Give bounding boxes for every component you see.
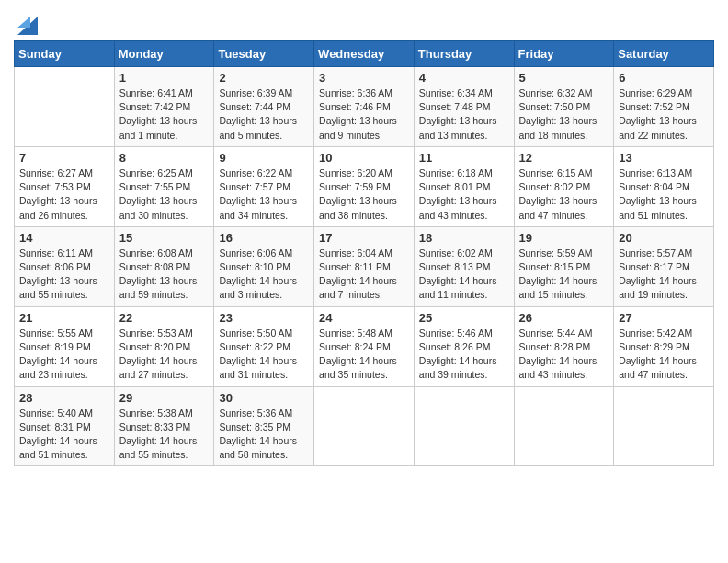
day-number: 13: [619, 151, 709, 165]
day-number: 24: [319, 311, 409, 325]
day-number: 23: [219, 311, 309, 325]
day-info: Sunrise: 6:04 AMSunset: 8:11 PMDaylight:…: [319, 247, 409, 303]
day-number: 9: [219, 151, 309, 165]
header-row: SundayMondayTuesdayWednesdayThursdayFrid…: [15, 41, 714, 67]
day-number: 6: [619, 71, 709, 85]
day-cell: 2Sunrise: 6:39 AMSunset: 7:44 PMDaylight…: [214, 67, 314, 147]
day-info: Sunrise: 5:44 AMSunset: 8:28 PMDaylight:…: [519, 327, 609, 383]
day-number: 1: [119, 71, 210, 85]
week-row-1: 1Sunrise: 6:41 AMSunset: 7:42 PMDaylight…: [15, 67, 714, 147]
day-cell: 30Sunrise: 5:36 AMSunset: 8:35 PMDayligh…: [214, 386, 314, 466]
day-number: 10: [319, 151, 409, 165]
day-info: Sunrise: 5:40 AMSunset: 8:31 PMDaylight:…: [19, 407, 109, 463]
day-number: 16: [219, 231, 309, 245]
day-cell: 5Sunrise: 6:32 AMSunset: 7:50 PMDaylight…: [514, 67, 614, 147]
day-number: 11: [419, 151, 509, 165]
day-info: Sunrise: 5:53 AMSunset: 8:20 PMDaylight:…: [119, 327, 210, 383]
day-cell: [514, 386, 614, 466]
header-cell-sunday: Sunday: [15, 41, 115, 67]
day-info: Sunrise: 6:18 AMSunset: 8:01 PMDaylight:…: [419, 167, 509, 223]
day-cell: 10Sunrise: 6:20 AMSunset: 7:59 PMDayligh…: [314, 146, 415, 226]
day-cell: 19Sunrise: 5:59 AMSunset: 8:15 PMDayligh…: [514, 226, 614, 306]
day-cell: 9Sunrise: 6:22 AMSunset: 7:57 PMDaylight…: [214, 146, 314, 226]
day-cell: 28Sunrise: 5:40 AMSunset: 8:31 PMDayligh…: [15, 386, 115, 466]
day-number: 7: [19, 151, 109, 165]
header-cell-thursday: Thursday: [414, 41, 514, 67]
day-info: Sunrise: 6:11 AMSunset: 8:06 PMDaylight:…: [19, 247, 109, 303]
day-cell: 14Sunrise: 6:11 AMSunset: 8:06 PMDayligh…: [15, 226, 115, 306]
day-info: Sunrise: 5:36 AMSunset: 8:35 PMDaylight:…: [219, 407, 309, 463]
day-cell: 12Sunrise: 6:15 AMSunset: 8:02 PMDayligh…: [514, 146, 614, 226]
day-cell: 20Sunrise: 5:57 AMSunset: 8:17 PMDayligh…: [614, 226, 714, 306]
header-cell-monday: Monday: [114, 41, 214, 67]
day-cell: 27Sunrise: 5:42 AMSunset: 8:29 PMDayligh…: [614, 306, 714, 386]
day-cell: 15Sunrise: 6:08 AMSunset: 8:08 PMDayligh…: [114, 226, 214, 306]
svg-marker-1: [17, 17, 30, 28]
day-info: Sunrise: 6:13 AMSunset: 8:04 PMDaylight:…: [619, 167, 709, 223]
day-cell: 13Sunrise: 6:13 AMSunset: 8:04 PMDayligh…: [614, 146, 714, 226]
day-number: 30: [219, 391, 309, 405]
header-cell-friday: Friday: [514, 41, 614, 67]
day-info: Sunrise: 5:48 AMSunset: 8:24 PMDaylight:…: [319, 327, 409, 383]
week-row-2: 7Sunrise: 6:27 AMSunset: 7:53 PMDaylight…: [15, 146, 714, 226]
day-info: Sunrise: 6:06 AMSunset: 8:10 PMDaylight:…: [219, 247, 309, 303]
day-info: Sunrise: 6:20 AMSunset: 7:59 PMDaylight:…: [319, 167, 409, 223]
day-number: 28: [19, 391, 109, 405]
header-cell-saturday: Saturday: [614, 41, 714, 67]
day-number: 4: [419, 71, 509, 85]
day-cell: 21Sunrise: 5:55 AMSunset: 8:19 PMDayligh…: [15, 306, 115, 386]
day-number: 2: [219, 71, 309, 85]
header: [14, 9, 714, 35]
day-cell: 8Sunrise: 6:25 AMSunset: 7:55 PMDaylight…: [114, 146, 214, 226]
day-info: Sunrise: 5:38 AMSunset: 8:33 PMDaylight:…: [119, 407, 210, 463]
day-number: 25: [419, 311, 509, 325]
day-info: Sunrise: 5:50 AMSunset: 8:22 PMDaylight:…: [219, 327, 309, 383]
day-info: Sunrise: 6:22 AMSunset: 7:57 PMDaylight:…: [219, 167, 309, 223]
header-cell-tuesday: Tuesday: [214, 41, 314, 67]
logo-icon: [17, 9, 38, 35]
calendar-header: SundayMondayTuesdayWednesdayThursdayFrid…: [15, 41, 714, 67]
day-number: 8: [119, 151, 210, 165]
day-info: Sunrise: 5:46 AMSunset: 8:26 PMDaylight:…: [419, 327, 509, 383]
day-number: 22: [119, 311, 210, 325]
day-number: 14: [19, 231, 109, 245]
day-info: Sunrise: 6:02 AMSunset: 8:13 PMDaylight:…: [419, 247, 509, 303]
day-number: 18: [419, 231, 509, 245]
day-cell: 4Sunrise: 6:34 AMSunset: 7:48 PMDaylight…: [414, 67, 514, 147]
day-info: Sunrise: 6:08 AMSunset: 8:08 PMDaylight:…: [119, 247, 210, 303]
day-cell: 26Sunrise: 5:44 AMSunset: 8:28 PMDayligh…: [514, 306, 614, 386]
day-info: Sunrise: 6:36 AMSunset: 7:46 PMDaylight:…: [319, 86, 409, 143]
day-info: Sunrise: 6:32 AMSunset: 7:50 PMDaylight:…: [519, 86, 609, 143]
day-number: 17: [319, 231, 409, 245]
day-cell: 3Sunrise: 6:36 AMSunset: 7:46 PMDaylight…: [314, 67, 415, 147]
day-info: Sunrise: 6:15 AMSunset: 8:02 PMDaylight:…: [519, 167, 609, 223]
day-number: 21: [19, 311, 109, 325]
day-number: 15: [119, 231, 210, 245]
day-info: Sunrise: 6:29 AMSunset: 7:52 PMDaylight:…: [619, 86, 709, 143]
day-info: Sunrise: 6:34 AMSunset: 7:48 PMDaylight:…: [419, 86, 509, 143]
day-number: 20: [619, 231, 709, 245]
week-row-4: 21Sunrise: 5:55 AMSunset: 8:19 PMDayligh…: [15, 306, 714, 386]
day-cell: 1Sunrise: 6:41 AMSunset: 7:42 PMDaylight…: [114, 67, 214, 147]
day-info: Sunrise: 6:27 AMSunset: 7:53 PMDaylight:…: [19, 167, 109, 223]
day-number: 12: [519, 151, 609, 165]
day-cell: 6Sunrise: 6:29 AMSunset: 7:52 PMDaylight…: [614, 67, 714, 147]
day-cell: [614, 386, 714, 466]
day-cell: 7Sunrise: 6:27 AMSunset: 7:53 PMDaylight…: [15, 146, 115, 226]
calendar-table: SundayMondayTuesdayWednesdayThursdayFrid…: [14, 40, 714, 466]
day-cell: [414, 386, 514, 466]
day-cell: 29Sunrise: 5:38 AMSunset: 8:33 PMDayligh…: [114, 386, 214, 466]
day-info: Sunrise: 5:57 AMSunset: 8:17 PMDaylight:…: [619, 247, 709, 303]
day-info: Sunrise: 6:39 AMSunset: 7:44 PMDaylight:…: [219, 86, 309, 143]
week-row-5: 28Sunrise: 5:40 AMSunset: 8:31 PMDayligh…: [15, 386, 714, 466]
day-cell: 17Sunrise: 6:04 AMSunset: 8:11 PMDayligh…: [314, 226, 415, 306]
day-number: 27: [619, 311, 709, 325]
day-info: Sunrise: 6:41 AMSunset: 7:42 PMDaylight:…: [119, 86, 210, 143]
day-number: 19: [519, 231, 609, 245]
day-cell: 23Sunrise: 5:50 AMSunset: 8:22 PMDayligh…: [214, 306, 314, 386]
day-cell: 24Sunrise: 5:48 AMSunset: 8:24 PMDayligh…: [314, 306, 415, 386]
day-info: Sunrise: 5:42 AMSunset: 8:29 PMDaylight:…: [619, 327, 709, 383]
logo: [14, 9, 38, 35]
day-number: 3: [319, 71, 409, 85]
calendar-body: 1Sunrise: 6:41 AMSunset: 7:42 PMDaylight…: [15, 67, 714, 466]
